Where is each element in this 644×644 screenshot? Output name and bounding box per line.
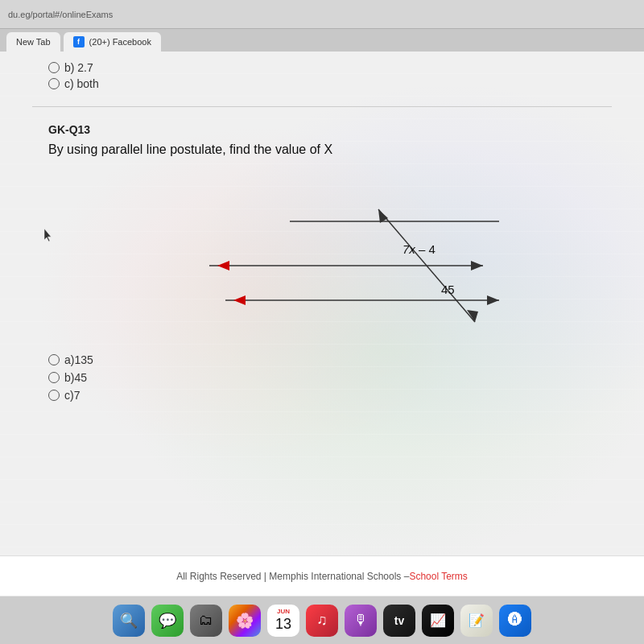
question-section: GK-Q13 By using parallel line postulate,… <box>0 114 644 596</box>
radio-c[interactable] <box>48 78 60 89</box>
prev-question-section: b) 2.7 c) both <box>0 52 644 100</box>
section-divider <box>32 106 612 107</box>
school-terms-link[interactable]: School Terms <box>409 571 467 582</box>
dock-finder[interactable]: 🔍 <box>113 605 145 637</box>
geometry-diagram: 7x – 4 45 <box>129 173 515 334</box>
svg-text:7x – 4: 7x – 4 <box>402 242 436 256</box>
dock-textedit[interactable]: 📝 <box>460 605 493 637</box>
svg-text:45: 45 <box>441 283 455 296</box>
diagram-container: 7x – 4 45 <box>48 173 596 334</box>
prev-option-b: b) 2.7 <box>48 61 596 74</box>
dock-calendar[interactable]: JUN 13 <box>267 605 299 637</box>
answer-c-label: c)7 <box>64 389 80 402</box>
dock-music[interactable]: ♫ <box>306 605 338 637</box>
question-text: By using parallel line postulate, find t… <box>48 142 596 157</box>
dock-appstore[interactable]: 🅐 <box>499 605 531 637</box>
tab-bar: New Tab f (20+) Facebook <box>0 29 644 52</box>
answer-option-b: b)45 <box>48 371 596 384</box>
prev-option-c: c) both <box>48 77 596 90</box>
svg-marker-8 <box>467 310 478 322</box>
tab-new-label: New Tab <box>16 37 51 47</box>
tab-new[interactable]: New Tab <box>6 32 60 52</box>
radio-b[interactable] <box>48 62 60 73</box>
prev-option-c-label: c) both <box>64 77 99 90</box>
answer-options: a)135 b)45 c)7 <box>48 353 596 402</box>
tab-facebook[interactable]: f (20+) Facebook <box>64 32 161 52</box>
dock-calendar-day: 13 <box>275 616 291 634</box>
dock-stocks[interactable]: 📈 <box>422 605 454 637</box>
prev-option-b-label: b) 2.7 <box>64 61 93 74</box>
dock-photos[interactable]: 🌸 <box>229 605 261 637</box>
dock-appletv[interactable]: tv <box>383 605 415 637</box>
main-content: b) 2.7 c) both GK-Q13 By using parallel … <box>0 52 644 596</box>
svg-marker-5 <box>233 295 246 305</box>
answer-option-a: a)135 <box>48 353 596 366</box>
question-id: GK-Q13 <box>48 123 596 136</box>
browser-bar: du.eg/portal#/onlineExams <box>0 0 644 29</box>
svg-marker-3 <box>471 261 483 270</box>
dock-podcast[interactable]: 🎙 <box>345 605 377 637</box>
footer-text: All Rights Reserved | Memphis Internatio… <box>176 571 409 582</box>
content-wrapper: b) 2.7 c) both GK-Q13 By using parallel … <box>0 52 644 596</box>
facebook-icon: f <box>73 36 85 47</box>
answer-b-label: b)45 <box>64 371 87 384</box>
svg-marker-2 <box>217 261 229 270</box>
svg-marker-6 <box>487 295 499 305</box>
dock-messages[interactable]: 💬 <box>151 605 184 637</box>
radio-c2[interactable] <box>48 390 60 401</box>
radio-b2[interactable] <box>48 372 60 383</box>
answer-option-c: c)7 <box>48 389 596 402</box>
dock: 🔍 💬 🗂 🌸 JUN 13 ♫ 🎙 tv 📈 📝 🅐 <box>0 596 644 644</box>
page-footer: All Rights Reserved | Memphis Internatio… <box>0 555 644 596</box>
url-text: du.eg/portal#/onlineExams <box>8 10 113 19</box>
dock-finder2[interactable]: 🗂 <box>190 605 222 637</box>
dock-calendar-month: JUN <box>277 608 290 616</box>
answer-a-label: a)135 <box>64 353 93 366</box>
tab-facebook-label: (20+) Facebook <box>89 37 151 47</box>
radio-a[interactable] <box>48 354 60 365</box>
